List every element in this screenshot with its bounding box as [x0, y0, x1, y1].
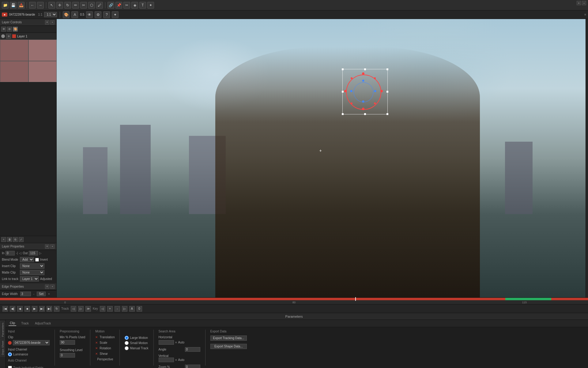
anim-btn[interactable]: A: [71, 11, 78, 18]
shape-tool[interactable]: ◈: [131, 2, 138, 9]
color-btn[interactable]: 🎨: [63, 11, 70, 18]
step-back-btn[interactable]: ◀|: [10, 306, 15, 312]
delete-layer-icon[interactable]: 🗑: [7, 237, 12, 242]
gear-icon[interactable]: ⚙: [7, 27, 12, 32]
layer-gear-icon[interactable]: ⚙: [6, 34, 11, 39]
track-individual-checkbox[interactable]: [8, 366, 12, 368]
corner-bl[interactable]: [342, 113, 344, 115]
timeline-red-bar[interactable]: [0, 298, 588, 300]
track-back-btn[interactable]: ◁: [71, 306, 76, 312]
timeline-playhead[interactable]: [355, 297, 356, 301]
export-shape-btn[interactable]: Export Shape Data...: [210, 344, 247, 349]
zoom-input[interactable]: [185, 365, 200, 368]
invert-checkbox[interactable]: [35, 258, 39, 262]
layer-color-swatch[interactable]: [12, 34, 16, 38]
lp-menu-btn[interactable]: ≡: [45, 244, 49, 249]
export-btn[interactable]: 📤: [18, 2, 24, 9]
track-fwd-btn[interactable]: ▷: [78, 306, 84, 312]
side-tab-parameters[interactable]: Parameters: [0, 321, 5, 339]
corner-br[interactable]: [386, 113, 388, 115]
edge-set-button[interactable]: Set: [37, 292, 46, 296]
lp-close-btn[interactable]: ×: [50, 244, 55, 249]
handle-top[interactable]: [364, 68, 366, 70]
cp-blue-bottom[interactable]: [362, 101, 364, 103]
small-motion-radio[interactable]: [125, 341, 129, 345]
edge-minus[interactable]: -: [33, 292, 34, 296]
link-to-track-select[interactable]: Layer 1: [20, 276, 39, 282]
tab-adjust-track[interactable]: AdjustTrack: [34, 321, 52, 326]
forward-btn[interactable]: →: [37, 2, 44, 9]
key-prev-btn[interactable]: ◁: [100, 306, 105, 312]
key-next-btn[interactable]: ▷: [122, 306, 127, 312]
cp-red-tl[interactable]: [351, 77, 352, 79]
out-input[interactable]: [29, 251, 38, 255]
min-pixels-input[interactable]: [60, 340, 75, 345]
handle-right[interactable]: [386, 91, 388, 93]
text-tool[interactable]: T: [139, 2, 146, 9]
brush-tool[interactable]: ✏: [72, 2, 79, 9]
lc-menu-btn[interactable]: ≡: [45, 20, 49, 25]
open-btn[interactable]: 📁: [2, 2, 9, 9]
cp-red-tr[interactable]: [374, 77, 376, 79]
cp-red-left[interactable]: [344, 90, 347, 92]
extra-tool[interactable]: ✦: [147, 2, 154, 9]
handle-bottom[interactable]: [364, 113, 366, 115]
side-tab-dops[interactable]: Dops Sheet: [0, 339, 5, 357]
matte-clip-select[interactable]: None: [20, 270, 44, 275]
cp-red-right[interactable]: [380, 90, 383, 92]
cp-red-bl[interactable]: [351, 102, 352, 104]
pin-tool[interactable]: 📌: [115, 2, 122, 9]
loop-btn[interactable]: ↻: [54, 306, 59, 312]
eraser-tool[interactable]: ✂: [80, 2, 87, 9]
cut-tool[interactable]: ✂: [123, 2, 130, 9]
view-btn[interactable]: 👁: [86, 11, 93, 18]
key-del-btn[interactable]: -: [115, 306, 120, 312]
corner-tl[interactable]: [342, 68, 344, 70]
corner-tr[interactable]: [386, 68, 388, 70]
next-frame-btn[interactable]: ▶|: [39, 306, 45, 312]
eye-icon[interactable]: 👁: [1, 27, 6, 32]
luminance-radio[interactable]: [8, 352, 12, 356]
settings-btn[interactable]: ⚙: [95, 11, 101, 18]
go-end-btn[interactable]: ▶|: [47, 306, 52, 312]
smoothing-level-input[interactable]: [60, 353, 75, 358]
cp-red-top[interactable]: [362, 72, 364, 75]
cp-red-br[interactable]: [374, 102, 376, 104]
cp-red-bottom[interactable]: [362, 108, 364, 110]
tab-clip[interactable]: Clip: [9, 321, 16, 326]
edge-width-input[interactable]: [20, 292, 31, 296]
text-btn[interactable]: A: [129, 306, 135, 312]
link-tool[interactable]: 🔗: [107, 2, 114, 9]
large-motion-radio[interactable]: [125, 336, 129, 340]
blend-mode-select[interactable]: Add: [20, 257, 34, 262]
go-start-btn[interactable]: |◀: [2, 306, 8, 312]
rotate-tool[interactable]: ↻: [64, 2, 71, 9]
cp-blue-top[interactable]: [362, 80, 364, 82]
prev-frame-btn[interactable]: ◀: [17, 306, 23, 312]
vertical-input[interactable]: [159, 358, 174, 362]
inner-circle[interactable]: [354, 82, 374, 102]
edge-plus[interactable]: +: [48, 292, 50, 296]
color-swatch-icon[interactable]: 🎨: [13, 27, 18, 32]
expand-icon[interactable]: ⤢: [19, 237, 24, 242]
back-btn[interactable]: ←: [29, 2, 36, 9]
handle-left[interactable]: [342, 91, 344, 93]
ratio-select[interactable]: 1:12:1: [44, 12, 57, 17]
select-tool[interactable]: ↖: [48, 2, 55, 9]
save-btn[interactable]: 💾: [10, 2, 17, 9]
track-all-btn[interactable]: ≫: [85, 306, 91, 312]
add-layer-icon[interactable]: +: [1, 237, 6, 242]
clip-select[interactable]: 047223976-bearde: [13, 340, 50, 345]
manual-track-radio[interactable]: [125, 346, 129, 350]
duplicate-layer-icon[interactable]: ⧉: [13, 237, 18, 242]
cp-blue-left[interactable]: [350, 90, 352, 92]
ep-menu-btn[interactable]: ≡: [45, 285, 49, 289]
in-input[interactable]: [6, 251, 15, 255]
star-btn[interactable]: ✦: [112, 11, 119, 18]
cp-blue-right[interactable]: [374, 90, 376, 92]
move-tool[interactable]: ✛: [56, 2, 63, 9]
pen-tool[interactable]: 🖊: [96, 2, 103, 9]
stop-btn[interactable]: ■: [24, 306, 30, 312]
angle-input[interactable]: [185, 347, 200, 352]
export-tracking-btn[interactable]: Export Tracking Data...: [210, 335, 247, 341]
